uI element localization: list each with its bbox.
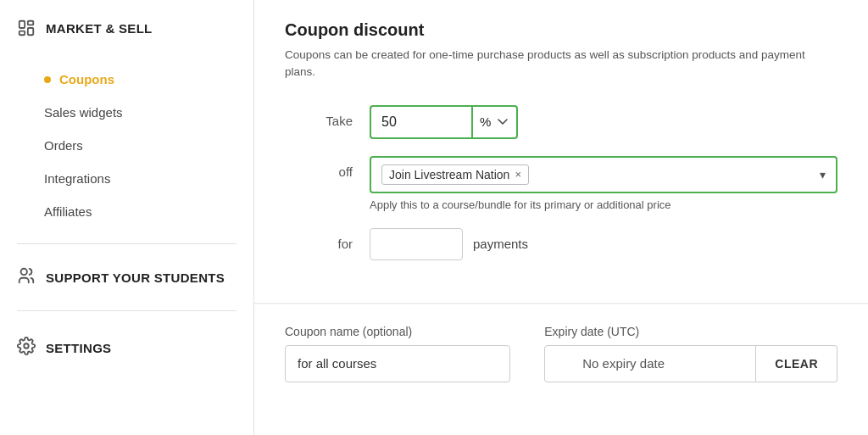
sidebar-item-integrations[interactable]: Integrations [27,162,253,195]
expiry-input-wrapper: CLEAR [544,345,837,382]
support-students-title: SUPPORT YOUR STUDENTS [46,270,225,285]
coupon-details-card: Coupon name (optional) Expiry date (UTC) [254,304,868,436]
sidebar-item-label: Orders [44,138,83,153]
clear-button[interactable]: CLEAR [756,345,837,382]
expiry-label: Expiry date (UTC) [544,325,837,338]
chevron-down-icon [498,119,508,125]
support-students-section: SUPPORT YOUR STUDENTS [0,253,253,302]
expiry-date-input[interactable] [544,345,756,382]
take-controls: % [370,105,837,139]
sidebar-nav: Coupons Sales widgets Orders Integration… [0,56,253,235]
take-row: Take % [285,105,837,139]
coupon-name-input[interactable] [285,345,510,382]
sidebar-item-label: Sales widgets [44,105,123,120]
tag-close-button[interactable]: × [515,169,521,180]
sidebar: MARKET & SELL Coupons Sales widgets Orde… [0,0,254,435]
svg-rect-3 [19,31,25,36]
expiry-input-container [544,345,756,382]
sidebar-divider-2 [17,310,236,311]
apply-hint: Apply this to a course/bundle for its pr… [370,198,671,211]
chart-icon [17,19,36,37]
for-input-row: payments [370,228,528,260]
market-sell-section: MARKET & SELL [0,0,253,56]
percent-dropdown[interactable]: % [471,105,518,139]
percent-symbol: % [480,114,491,129]
settings-section: SETTINGS [0,323,253,372]
take-input-row: % [370,105,518,139]
settings-title: SETTINGS [46,341,111,355]
select-arrow-icon: ▾ [820,168,826,181]
for-label: for [285,228,353,251]
svg-rect-0 [19,21,25,28]
card-subtitle: Coupons can be created for one-time purc… [285,47,837,81]
sidebar-item-sales-widgets[interactable]: Sales widgets [27,96,253,129]
svg-point-5 [24,343,29,349]
main-content: Coupon discount Coupons can be created f… [254,0,868,435]
sidebar-item-label: Affiliates [44,204,92,219]
coupon-form-grid: Coupon name (optional) Expiry date (UTC) [285,325,837,382]
coupon-discount-card: Coupon discount Coupons can be created f… [254,0,868,304]
payments-input[interactable] [370,228,463,260]
coupon-name-group: Coupon name (optional) [285,325,510,382]
svg-rect-1 [28,21,33,25]
card-title: Coupon discount [285,20,837,40]
expiry-date-group: Expiry date (UTC) CLEA [544,325,837,382]
students-icon [17,266,36,288]
off-row: off Join Livestream Nation × ▾ Apply thi… [285,156,837,211]
sidebar-item-label: Coupons [59,72,114,86]
sidebar-item-label: Integrations [44,171,110,186]
off-label: off [285,156,353,179]
active-dot [44,76,51,83]
payments-label: payments [473,237,528,251]
for-row: for payments [285,228,837,260]
svg-point-4 [21,269,27,275]
course-tag: Join Livestream Nation × [381,165,529,185]
svg-rect-2 [28,28,33,35]
course-tag-label: Join Livestream Nation [389,168,509,181]
market-sell-title: MARKET & SELL [46,21,153,36]
sidebar-item-coupons[interactable]: Coupons [27,63,253,96]
sidebar-divider-1 [17,243,236,244]
off-controls: Join Livestream Nation × ▾ Apply this to… [370,156,837,211]
settings-icon [17,337,36,359]
coupon-name-label: Coupon name (optional) [285,325,510,338]
take-value-input[interactable] [370,105,471,139]
off-select-wrapper[interactable]: Join Livestream Nation × ▾ [370,156,837,193]
take-label: Take [285,105,353,128]
sidebar-item-orders[interactable]: Orders [27,129,253,162]
for-controls: payments [370,228,837,260]
sidebar-item-affiliates[interactable]: Affiliates [27,195,253,228]
